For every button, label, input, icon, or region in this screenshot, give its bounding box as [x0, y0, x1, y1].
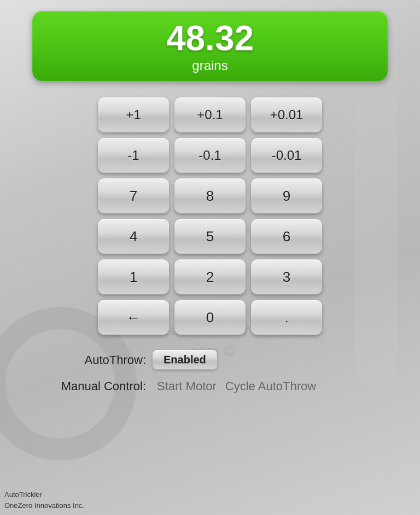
footer: AutoTrickler OneZero Innovations Inc.	[4, 489, 84, 511]
autothrow-row: AutoThrow: Enabled	[32, 350, 388, 369]
key-4[interactable]: 4	[98, 219, 169, 254]
numpad-row-123: 1 2 3	[98, 259, 322, 294]
btn-minus-0-01[interactable]: -0.01	[251, 138, 322, 173]
cycle-autothrow-button[interactable]: Cycle AutoThrow	[221, 377, 320, 396]
key-0[interactable]: 0	[174, 300, 246, 335]
numpad-row-456: 4 5 6	[98, 219, 322, 254]
weight-display: 48.32 grains	[32, 11, 388, 81]
adjustment-row-plus: +1 +0.1 +0.01	[98, 97, 322, 132]
autothrow-label: AutoThrow:	[32, 353, 153, 367]
adjustment-row-minus: -1 -0.1 -0.01	[98, 138, 322, 173]
key-9[interactable]: 9	[251, 178, 322, 213]
key-1[interactable]: 1	[98, 259, 169, 294]
key-backspace[interactable]: ←	[98, 300, 169, 335]
controls-area: AutoThrow: Enabled Manual Control: Start…	[32, 350, 388, 396]
key-2[interactable]: 2	[174, 259, 246, 294]
weight-value: 48.32	[43, 21, 377, 56]
key-5[interactable]: 5	[174, 219, 246, 254]
main-content: 48.32 grains +1 +0.1 +0.01 -1 -0.1 -0.01…	[0, 0, 420, 515]
key-dot[interactable]: .	[251, 300, 322, 335]
key-3[interactable]: 3	[251, 259, 322, 294]
numpad-row-789: 7 8 9	[98, 178, 322, 213]
numpad-row-0: ← 0 .	[98, 300, 322, 335]
btn-minus-1[interactable]: -1	[98, 138, 169, 173]
btn-minus-0-1[interactable]: -0.1	[174, 138, 246, 173]
start-motor-button[interactable]: Start Motor	[153, 377, 221, 396]
weight-unit: grains	[43, 58, 377, 73]
key-8[interactable]: 8	[174, 178, 246, 213]
manual-control-label: Manual Control:	[32, 379, 153, 394]
footer-line2: OneZero Innovations Inc.	[4, 500, 84, 511]
manual-control-row: Manual Control: Start Motor Cycle AutoTh…	[32, 377, 388, 396]
key-6[interactable]: 6	[251, 219, 322, 254]
key-7[interactable]: 7	[98, 178, 169, 213]
btn-plus-1[interactable]: +1	[98, 97, 169, 132]
btn-plus-0-1[interactable]: +0.1	[174, 97, 246, 132]
keypad: +1 +0.1 +0.01 -1 -0.1 -0.01 7 8 9 4 5 6 …	[98, 97, 322, 335]
btn-plus-0-01[interactable]: +0.01	[251, 97, 322, 132]
autothrow-toggle[interactable]: Enabled	[153, 350, 217, 369]
footer-line1: AutoTrickler	[4, 489, 84, 500]
